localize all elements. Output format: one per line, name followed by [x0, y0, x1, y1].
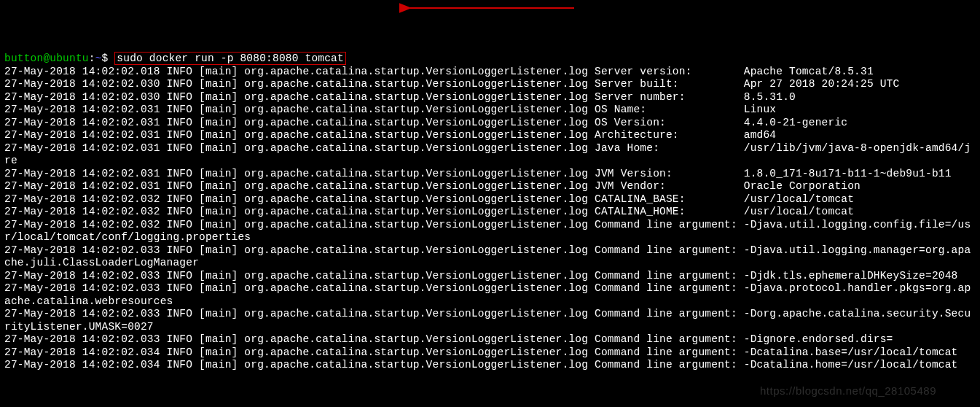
log-line: 27-May-2018 14:02:02.030 INFO [main] org… [4, 91, 796, 103]
log-line: 27-May-2018 14:02:02.034 INFO [main] org… [4, 359, 958, 371]
log-line: 27-May-2018 14:02:02.033 INFO [main] org… [4, 333, 893, 345]
log-line: 27-May-2018 14:02:02.031 INFO [main] org… [4, 104, 776, 115]
prompt-colon: : [89, 53, 95, 64]
log-line: 27-May-2018 14:02:02.018 INFO [main] org… [4, 66, 874, 77]
prompt-user: button@ubuntu [4, 53, 89, 64]
log-line: 27-May-2018 14:02:02.031 INFO [main] org… [4, 180, 861, 192]
log-line: 27-May-2018 14:02:02.032 INFO [main] org… [4, 219, 971, 244]
command-highlight-box: sudo docker run -p 8080:8080 tomcat [114, 52, 346, 65]
typed-command: sudo docker run -p 8080:8080 tomcat [117, 53, 344, 64]
log-line: 27-May-2018 14:02:02.030 INFO [main] org… [4, 78, 899, 90]
annotation-arrow-icon [399, 2, 581, 17]
log-line: 27-May-2018 14:02:02.033 INFO [main] org… [4, 308, 971, 333]
log-line: 27-May-2018 14:02:02.031 INFO [main] org… [4, 117, 847, 128]
log-line: 27-May-2018 14:02:02.033 INFO [main] org… [4, 244, 971, 269]
log-line: 27-May-2018 14:02:02.031 INFO [main] org… [4, 129, 776, 141]
log-line: 27-May-2018 14:02:02.033 INFO [main] org… [4, 282, 971, 307]
prompt-dollar: $ [102, 53, 115, 64]
log-line: 27-May-2018 14:02:02.033 INFO [main] org… [4, 270, 958, 282]
prompt-path: ~ [95, 53, 102, 64]
log-line: 27-May-2018 14:02:02.034 INFO [main] org… [4, 346, 958, 358]
log-line: 27-May-2018 14:02:02.032 INFO [main] org… [4, 206, 854, 217]
log-line: 27-May-2018 14:02:02.031 INFO [main] org… [4, 168, 952, 179]
log-line: 27-May-2018 14:02:02.031 INFO [main] org… [4, 142, 971, 167]
log-line: 27-May-2018 14:02:02.032 INFO [main] org… [4, 193, 854, 205]
terminal-output[interactable]: button@ubuntu:~$ sudo docker run -p 8080… [4, 53, 976, 372]
watermark-text: https://blogcsdn.net/qq_28105489 [760, 384, 936, 398]
